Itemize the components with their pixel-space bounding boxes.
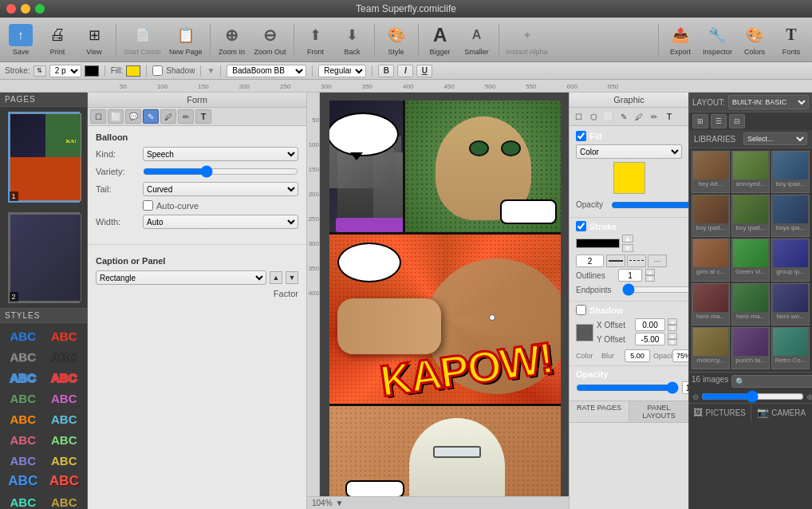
autocurve-checkbox[interactable] bbox=[143, 200, 153, 211]
graphic-tool-7[interactable]: T bbox=[662, 109, 676, 124]
detail-view-btn[interactable]: ⊟ bbox=[729, 114, 745, 128]
shadow-checkbox[interactable] bbox=[152, 65, 163, 76]
font-size-select[interactable]: Regular bbox=[318, 65, 366, 77]
export-button[interactable]: 📤 Export bbox=[663, 20, 698, 60]
caption-type-select[interactable]: Rectangle bbox=[96, 270, 266, 285]
speech-balloon-hello[interactable]: HELLO,STRANGER. bbox=[329, 112, 399, 156]
layout-select[interactable]: BUILT-IN: BASIC bbox=[728, 95, 809, 109]
caption-up-btn[interactable]: ▲ bbox=[270, 271, 282, 284]
fonts-button[interactable]: T Fonts bbox=[774, 20, 809, 60]
form-tool-3[interactable]: 💬 bbox=[125, 109, 141, 124]
font-select[interactable]: BadaBoom BB bbox=[227, 65, 306, 77]
stroke-checkbox[interactable] bbox=[576, 221, 586, 231]
lib-item[interactable]: motorcy... bbox=[692, 327, 730, 369]
xoff-up[interactable]: ▲ bbox=[668, 318, 677, 325]
kind-select[interactable]: Speech bbox=[143, 147, 298, 161]
form-tool-1[interactable]: ☐ bbox=[90, 109, 106, 124]
stroke-direction-toggle[interactable]: ⇅ bbox=[34, 65, 46, 77]
new-page-button[interactable]: 📋 New Page bbox=[166, 20, 206, 60]
close-button[interactable] bbox=[6, 4, 16, 14]
lib-item[interactable]: Retro Co... bbox=[771, 327, 810, 369]
lib-item[interactable]: boy ipad... bbox=[692, 195, 730, 237]
pictures-btn[interactable]: 🖼 PICTURES bbox=[689, 404, 751, 421]
lib-item[interactable]: hero wo... bbox=[771, 283, 810, 326]
speech-balloon-what[interactable]: WHAT THE?! bbox=[337, 243, 401, 282]
main-opacity-slider[interactable] bbox=[576, 383, 679, 393]
zoom-out-button[interactable]: ⊖ Zoom Out bbox=[251, 20, 290, 60]
stroke-up-btn[interactable]: ▲ bbox=[622, 235, 633, 243]
style-item[interactable]: ABC bbox=[45, 368, 85, 387]
rate-pages-tab[interactable]: RATE PAGES bbox=[570, 401, 629, 422]
front-button[interactable]: ⬆ Front bbox=[298, 20, 333, 60]
form-tool-4[interactable]: ✎ bbox=[143, 109, 159, 124]
lib-item[interactable]: boys ipa... bbox=[771, 195, 810, 237]
minimize-button[interactable] bbox=[21, 4, 30, 14]
library-select[interactable]: Select... bbox=[743, 132, 807, 145]
save-button[interactable]: ↑ Save bbox=[3, 20, 38, 60]
shadow-checkbox[interactable] bbox=[576, 305, 586, 315]
shadow-color-swatch[interactable] bbox=[576, 324, 593, 341]
zoom-in-button[interactable]: ⊕ Zoom In bbox=[215, 20, 250, 60]
fill-checkbox[interactable] bbox=[576, 131, 586, 141]
width-select[interactable]: Auto bbox=[143, 215, 298, 229]
style-item[interactable]: ABC bbox=[45, 472, 85, 491]
grid-view-btn[interactable]: ⊞ bbox=[692, 114, 708, 128]
fill-color-swatch[interactable] bbox=[613, 162, 645, 194]
yoff-down[interactable]: ▼ bbox=[668, 339, 677, 345]
list-view-btn[interactable]: ☰ bbox=[711, 114, 727, 128]
style-item[interactable]: ABC bbox=[3, 492, 43, 509]
colors-button[interactable]: 🎨 Colors bbox=[737, 20, 772, 60]
smaller-button[interactable]: A Smaller bbox=[459, 20, 495, 60]
thumbnail-zoom-slider[interactable] bbox=[701, 392, 804, 401]
form-tool-6[interactable]: ✏ bbox=[178, 109, 194, 124]
lib-item[interactable]: hero ma... bbox=[692, 283, 730, 326]
stroke-style-2[interactable] bbox=[627, 254, 646, 267]
speech-balloon-you-again[interactable]: YOU AGAIN. bbox=[345, 480, 404, 496]
style-button[interactable]: 🎨 Style bbox=[379, 20, 414, 60]
stroke-color-swatch[interactable] bbox=[85, 65, 99, 77]
style-item[interactable]: ABC bbox=[45, 430, 85, 449]
speech-balloon-payback[interactable]: IT'S PAYBACKTIME. bbox=[500, 199, 557, 224]
italic-button[interactable]: I bbox=[397, 65, 413, 77]
outlines-down[interactable]: ▼ bbox=[645, 275, 655, 282]
variety-slider[interactable] bbox=[143, 165, 298, 178]
underline-button[interactable]: U bbox=[416, 65, 432, 77]
bigger-button[interactable]: A Bigger bbox=[423, 20, 458, 60]
page-thumb-1[interactable]: KA! 1 bbox=[8, 112, 80, 203]
style-item[interactable]: ABC bbox=[3, 326, 43, 345]
style-item[interactable]: ABC bbox=[45, 409, 85, 428]
stroke-style-1[interactable] bbox=[606, 254, 625, 267]
style-item[interactable]: ABC bbox=[3, 347, 43, 366]
y-offset-input[interactable] bbox=[635, 333, 665, 345]
graphic-tool-2[interactable]: ⬡ bbox=[586, 109, 601, 124]
stroke-style-3[interactable]: ··· bbox=[648, 254, 667, 267]
middle-panel[interactable]: WHAT THE?! KAPOW! bbox=[329, 235, 561, 406]
inspector-button[interactable]: 🔧 Inspector bbox=[700, 20, 735, 60]
stroke-color-swatch[interactable] bbox=[576, 239, 620, 248]
bold-button[interactable]: B bbox=[378, 65, 394, 77]
outlines-up[interactable]: ▲ bbox=[645, 269, 655, 275]
lib-item[interactable]: girls at c... bbox=[692, 239, 730, 281]
library-search-input[interactable] bbox=[731, 375, 812, 388]
panel-layouts-tab[interactable]: PANEL LAYOUTS bbox=[629, 401, 688, 422]
lib-item[interactable]: Green Vi... bbox=[731, 239, 770, 281]
camera-btn[interactable]: 📷 CAMERA bbox=[751, 404, 813, 421]
x-offset-input[interactable] bbox=[635, 318, 665, 331]
fill-type-select[interactable]: Color bbox=[576, 144, 682, 159]
lib-item[interactable]: annoyed... bbox=[731, 151, 770, 193]
graphic-tool-6[interactable]: ✏ bbox=[647, 109, 661, 124]
lib-item[interactable]: boy ipad... bbox=[771, 151, 810, 193]
style-item[interactable]: ABC bbox=[3, 389, 43, 408]
graphic-tool-4[interactable]: ✎ bbox=[617, 109, 631, 124]
graphic-tool-3[interactable]: ⬜ bbox=[601, 109, 616, 124]
stroke-size-select[interactable]: 2 pt bbox=[49, 65, 81, 77]
stroke-down-btn[interactable]: ▼ bbox=[622, 244, 633, 252]
top-right-panel[interactable]: IT'S PAYBACKTIME. bbox=[405, 101, 561, 232]
form-tool-5[interactable]: 🖊 bbox=[160, 109, 176, 124]
blur-input[interactable] bbox=[625, 349, 650, 362]
maximize-button[interactable] bbox=[35, 4, 45, 14]
caption-down-btn[interactable]: ▼ bbox=[286, 271, 298, 284]
page-thumb-2[interactable]: 2 bbox=[8, 212, 80, 303]
back-button[interactable]: ⬇ Back bbox=[335, 20, 370, 60]
canvas-area[interactable]: 50 100 150 200 250 300 350 400 bbox=[307, 93, 569, 509]
